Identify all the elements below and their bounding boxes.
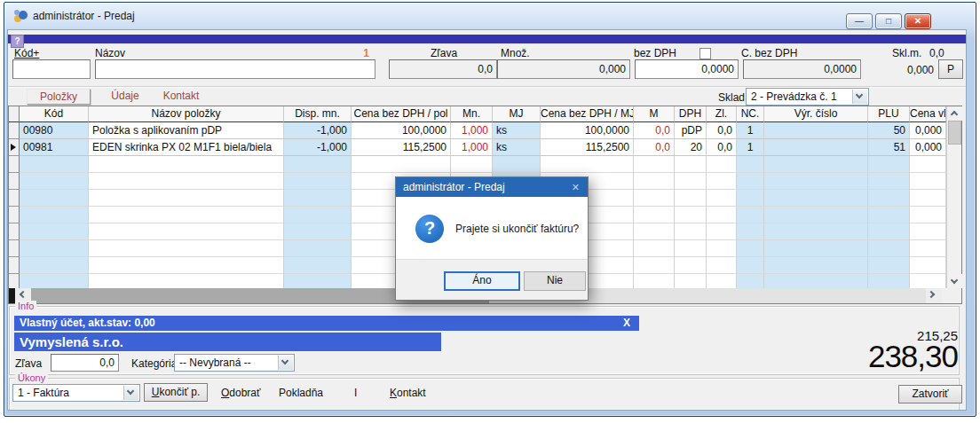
table-cell[interactable]: 0,0: [707, 122, 737, 139]
table-cell[interactable]: [675, 190, 707, 207]
table-cell[interactable]: [764, 257, 868, 274]
table-cell[interactable]: [764, 173, 868, 190]
table-cell[interactable]: 51: [868, 139, 910, 156]
table-cell[interactable]: [910, 173, 946, 190]
row-selector[interactable]: [9, 257, 20, 274]
table-cell[interactable]: [675, 223, 707, 240]
table-cell[interactable]: [634, 190, 675, 207]
c-bez-dph-field[interactable]: 0,0000: [743, 59, 861, 79]
column-header[interactable]: MJ: [493, 106, 541, 122]
table-cell[interactable]: [20, 274, 89, 288]
table-row[interactable]: [9, 156, 946, 173]
table-cell[interactable]: 1,000: [451, 139, 493, 156]
table-cell[interactable]: [764, 240, 868, 257]
table-cell[interactable]: [707, 274, 737, 288]
table-cell[interactable]: [910, 207, 946, 223]
row-selector[interactable]: [9, 274, 20, 288]
table-cell[interactable]: [89, 257, 284, 274]
table-cell[interactable]: [707, 223, 737, 240]
table-cell[interactable]: 100,0000: [541, 122, 634, 139]
table-cell[interactable]: [707, 173, 737, 190]
table-cell[interactable]: [284, 274, 352, 288]
table-cell[interactable]: 115,2500: [541, 139, 634, 156]
row-selector[interactable]: [9, 190, 20, 207]
scroll-up-icon[interactable]: [947, 106, 962, 121]
maximize-button[interactable]: □: [875, 13, 902, 29]
minimize-button[interactable]: —: [846, 13, 873, 29]
table-cell[interactable]: [675, 156, 707, 173]
table-cell[interactable]: 0,000: [910, 122, 946, 139]
doc-type-select[interactable]: 1 - Faktúra: [12, 384, 140, 402]
column-header[interactable]: Názov položky: [89, 106, 284, 122]
table-cell[interactable]: [284, 223, 352, 240]
table-cell[interactable]: 0,0: [634, 122, 675, 139]
close-window-button[interactable]: Zatvoriť: [898, 385, 962, 403]
table-cell[interactable]: [910, 257, 946, 274]
column-header[interactable]: Cena bez DPH / pol: [352, 106, 451, 122]
row-selector[interactable]: [9, 207, 20, 223]
kod-input[interactable]: [12, 59, 91, 79]
table-cell[interactable]: [764, 122, 868, 139]
table-cell[interactable]: [634, 274, 675, 288]
table-cell[interactable]: [352, 156, 451, 173]
table-cell[interactable]: [634, 223, 675, 240]
nazov-input[interactable]: [95, 59, 375, 79]
table-cell[interactable]: 1,000: [451, 122, 493, 139]
column-header[interactable]: DPH: [675, 106, 707, 122]
row-selector[interactable]: [9, 122, 20, 139]
table-cell[interactable]: [707, 156, 737, 173]
table-cell[interactable]: [20, 173, 89, 190]
table-cell[interactable]: [737, 207, 764, 223]
table-cell[interactable]: ks: [493, 122, 541, 139]
table-cell[interactable]: [910, 190, 946, 207]
table-cell[interactable]: [868, 173, 910, 190]
table-cell[interactable]: [707, 190, 737, 207]
sklad-select[interactable]: 2 - Prevádzka č. 1: [746, 88, 869, 106]
column-header[interactable]: Mn.: [451, 106, 493, 122]
table-cell[interactable]: [675, 173, 707, 190]
table-cell[interactable]: [910, 240, 946, 257]
table-row[interactable]: 00981EDEN skrinka PX 02 M1F1 biela/biela…: [9, 139, 946, 156]
yes-button[interactable]: Áno: [444, 271, 520, 291]
table-cell[interactable]: [707, 257, 737, 274]
table-cell[interactable]: [764, 190, 868, 207]
table-cell[interactable]: [634, 156, 675, 173]
table-cell[interactable]: [634, 257, 675, 274]
table-cell[interactable]: 0,0: [707, 139, 737, 156]
bez-dph-input[interactable]: 0,0000: [635, 59, 739, 79]
table-cell[interactable]: EDEN skrinka PX 02 M1F1 biela/biela: [89, 139, 284, 156]
table-cell[interactable]: [737, 156, 764, 173]
table-cell[interactable]: 1: [737, 122, 764, 139]
table-cell[interactable]: [910, 274, 946, 288]
table-cell[interactable]: -1,000: [284, 139, 352, 156]
row-selector[interactable]: [9, 223, 20, 240]
dialog-title-bar[interactable]: administrátor - Predaj: [396, 177, 588, 197]
table-cell[interactable]: [284, 156, 352, 173]
finish-button[interactable]: Ukončiť p.: [144, 383, 208, 402]
table-cell[interactable]: [284, 207, 352, 223]
table-cell[interactable]: 0,0: [634, 139, 675, 156]
table-cell[interactable]: pDP: [675, 122, 707, 139]
chevron-down-icon[interactable]: [123, 386, 138, 400]
table-cell[interactable]: 1: [737, 139, 764, 156]
table-cell[interactable]: -1,000: [284, 122, 352, 139]
table-cell[interactable]: [284, 257, 352, 274]
info-zlava-input[interactable]: 0,0: [51, 354, 119, 372]
close-button[interactable]: ✕: [905, 13, 931, 29]
table-cell[interactable]: [868, 240, 910, 257]
mnoz-field[interactable]: 0,000: [497, 59, 630, 79]
table-cell[interactable]: [89, 156, 284, 173]
table-cell[interactable]: [707, 240, 737, 257]
column-header[interactable]: Cena bez DPH / MJ: [541, 106, 634, 122]
bez-dph-checkbox[interactable]: [699, 48, 711, 59]
table-cell[interactable]: [89, 207, 284, 223]
row-selector[interactable]: [9, 156, 20, 173]
table-cell[interactable]: Položka s aplikovaním pDP: [89, 122, 284, 139]
table-cell[interactable]: [737, 240, 764, 257]
table-cell[interactable]: [675, 257, 707, 274]
table-cell[interactable]: [20, 207, 89, 223]
column-header[interactable]: Kód: [20, 106, 89, 122]
table-cell[interactable]: [868, 274, 910, 288]
table-cell[interactable]: [868, 190, 910, 207]
table-cell[interactable]: [20, 223, 89, 240]
